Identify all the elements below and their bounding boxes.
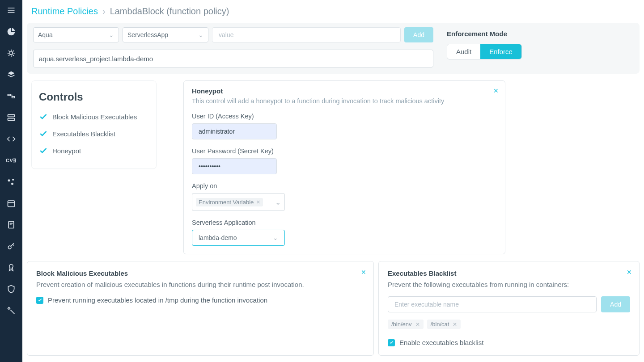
layers-icon[interactable] (6, 70, 16, 80)
prevent-tmp-label: Prevent running executables located in /… (48, 296, 267, 304)
scope-string-input[interactable] (33, 50, 433, 67)
blacklist-title: Executables Blacklist (388, 269, 630, 277)
svg-rect-4 (8, 118, 15, 121)
honeypot-card: ✕ Honeypot This control will add a honey… (183, 80, 505, 254)
executables-blacklist-card: ✕ Executables Blacklist Prevent the foll… (378, 261, 640, 356)
enforcement-toggle: Audit Enforce (447, 44, 522, 59)
breadcrumb-current: LambdaBlock (function policy) (110, 6, 229, 17)
document-icon[interactable] (6, 220, 16, 230)
audit-button[interactable]: Audit (447, 44, 480, 59)
password-input[interactable] (192, 158, 277, 174)
shield-icon[interactable] (6, 284, 16, 294)
block-malicious-title: Block Malicious Executables (36, 269, 364, 277)
serverless-app-label: Serverless Application (192, 219, 497, 226)
breadcrumb-root[interactable]: Runtime Policies (31, 6, 98, 17)
pie-icon[interactable] (6, 27, 16, 37)
check-icon (39, 112, 48, 121)
enable-blacklist-checkbox[interactable] (388, 339, 395, 346)
block-malicious-desc: Prevent creation of malicious executable… (36, 281, 364, 288)
menu-icon[interactable] (6, 5, 16, 15)
graph-icon[interactable] (6, 177, 16, 187)
remove-chip-icon[interactable]: ✕ (256, 199, 260, 205)
serverless-app-select[interactable]: lambda-demo ⌄ (192, 230, 285, 246)
scope-value-input[interactable] (212, 27, 401, 42)
close-icon[interactable]: ✕ (627, 269, 632, 276)
servers-icon[interactable] (6, 113, 16, 122)
code-icon[interactable] (6, 134, 16, 144)
chevron-down-icon: ⌄ (275, 198, 281, 206)
control-item[interactable]: Honeypot (39, 146, 149, 155)
enable-blacklist-label: Enable executables blacklist (399, 339, 483, 346)
controls-panel: Controls Block Malicious Executables Exe… (31, 80, 157, 169)
apply-on-select[interactable]: Environment Variable ✕ ⌄ (192, 193, 285, 211)
close-icon[interactable]: ✕ (361, 269, 366, 276)
svg-point-11 (9, 265, 13, 268)
enforcement-mode-label: Enforcement Mode (447, 30, 633, 38)
remove-pill-icon[interactable]: ✕ (415, 321, 420, 328)
enforce-button[interactable]: Enforce (480, 44, 521, 59)
executable-pill: /bin/cat✕ (427, 320, 461, 329)
calendar-icon[interactable] (6, 198, 16, 208)
control-item[interactable]: Executables Blacklist (39, 129, 149, 138)
honeypot-desc: This control will add a honeypot to a fu… (192, 97, 497, 105)
control-item[interactable]: Block Malicious Executables (39, 112, 149, 121)
apply-on-chip: Environment Variable ✕ (196, 198, 263, 206)
apply-on-label: Apply on (192, 182, 497, 189)
password-label: User Password (Secret Key) (192, 147, 497, 155)
svg-rect-8 (8, 201, 15, 206)
tools-icon[interactable] (6, 306, 16, 316)
svg-rect-1 (8, 94, 11, 96)
badge-icon[interactable] (6, 263, 16, 273)
svg-point-10 (8, 246, 11, 249)
add-executable-button[interactable]: Add (601, 296, 630, 312)
helm-icon[interactable] (6, 48, 16, 58)
blacklist-desc: Prevent the following executables from r… (388, 281, 630, 288)
close-icon[interactable]: ✕ (493, 87, 499, 94)
block-malicious-card: ✕ Block Malicious Executables Prevent cr… (27, 261, 374, 356)
user-id-label: User ID (Access Key) (192, 113, 497, 120)
prevent-tmp-checkbox[interactable] (36, 297, 43, 304)
side-nav: CVƎ (0, 0, 22, 362)
svg-rect-3 (8, 114, 15, 117)
remove-pill-icon[interactable]: ✕ (453, 321, 457, 328)
cve-icon[interactable]: CVƎ (6, 156, 16, 165)
chevron-down-icon: ⌄ (109, 31, 114, 38)
scope-panel: Aqua ⌄ ServerlessApp ⌄ Add Enforcement M… (27, 23, 640, 74)
functions-icon[interactable] (6, 91, 16, 101)
breadcrumb: Runtime Policies › LambdaBlock (function… (22, 0, 644, 23)
svg-point-6 (12, 179, 14, 181)
chevron-down-icon: ⌄ (198, 31, 203, 38)
user-id-input[interactable] (192, 123, 277, 139)
chevron-right-icon: › (102, 6, 106, 17)
svg-rect-2 (12, 97, 15, 98)
key-icon[interactable] (6, 241, 16, 251)
chevron-down-icon: ⌄ (273, 234, 278, 241)
svg-point-7 (11, 183, 13, 185)
namespace-select[interactable]: Aqua ⌄ (33, 27, 119, 42)
executable-name-input[interactable] (388, 296, 597, 312)
svg-point-0 (10, 52, 13, 55)
main-content: Runtime Policies › LambdaBlock (function… (22, 0, 644, 362)
controls-title: Controls (39, 91, 149, 103)
add-scope-button[interactable]: Add (404, 27, 433, 42)
check-icon (39, 129, 48, 138)
svg-point-5 (8, 179, 10, 181)
executable-pill: /bin/env✕ (388, 320, 424, 329)
honeypot-title: Honeypot (192, 87, 497, 95)
application-select[interactable]: ServerlessApp ⌄ (123, 27, 208, 42)
check-icon (39, 146, 48, 155)
